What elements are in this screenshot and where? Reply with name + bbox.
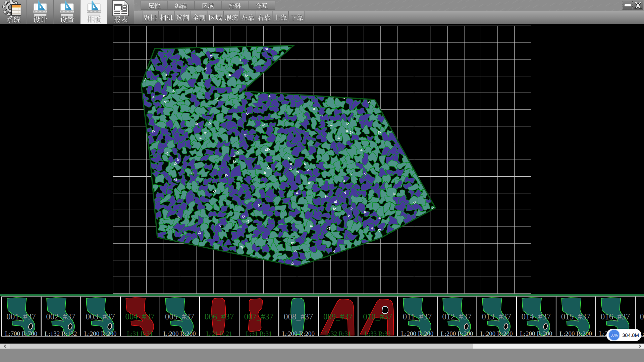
svg-text:002_#37: 002_#37 bbox=[46, 312, 75, 321]
svg-text:L:132 R:132: L:132 R:132 bbox=[45, 330, 77, 337]
svg-text:L:31 R:31: L:31 R:31 bbox=[127, 330, 153, 337]
svg-text:013_#37: 013_#37 bbox=[482, 312, 511, 321]
svg-text:L:200 R:200: L:200 R:200 bbox=[401, 330, 434, 337]
svg-text:012_#37: 012_#37 bbox=[442, 312, 472, 321]
svg-text:004_#37: 004_#37 bbox=[125, 312, 155, 321]
svg-text:L:700 R:700: L:700 R:700 bbox=[5, 330, 38, 337]
svg-text:011_#37: 011_#37 bbox=[403, 312, 432, 321]
svg-text:L:200 R:200: L:200 R:200 bbox=[84, 330, 117, 337]
svg-text:007_#37: 007_#37 bbox=[244, 312, 274, 321]
svg-text:L:200 R:200: L:200 R:200 bbox=[441, 330, 473, 337]
svg-text:010_#37: 010_#37 bbox=[363, 312, 392, 321]
svg-text:016_#37: 016_#37 bbox=[601, 312, 630, 321]
svg-text:0: 0 bbox=[640, 312, 644, 321]
svg-text:L:200 R:200: L:200 R:200 bbox=[480, 330, 513, 337]
svg-text:014_#37: 014_#37 bbox=[522, 312, 551, 321]
svg-text:015_#37: 015_#37 bbox=[561, 312, 591, 321]
svg-text:L:33 R:33: L:33 R:33 bbox=[365, 330, 391, 337]
svg-text:38%: 38% bbox=[610, 333, 618, 337]
svg-text:006_#37: 006_#37 bbox=[205, 312, 234, 321]
svg-text:L:200 R:200: L:200 R:200 bbox=[559, 330, 592, 337]
svg-text:L:21 R:21: L:21 R:21 bbox=[206, 330, 232, 337]
svg-text:005_#37: 005_#37 bbox=[165, 312, 195, 321]
svg-text:001_#37: 001_#37 bbox=[6, 312, 36, 321]
svg-text:003_#37: 003_#37 bbox=[86, 312, 115, 321]
svg-text:009_#37: 009_#37 bbox=[323, 312, 353, 321]
svg-text:L:200 R:200: L:200 R:200 bbox=[282, 330, 315, 337]
svg-text:L:200 R:200: L:200 R:200 bbox=[163, 330, 196, 337]
svg-text:L:31 R:31: L:31 R:31 bbox=[246, 330, 272, 337]
svg-text:L:32 R:31: L:32 R:31 bbox=[325, 330, 351, 337]
svg-text:384.8M: 384.8M bbox=[622, 332, 639, 338]
svg-text:008_#37: 008_#37 bbox=[284, 312, 313, 321]
svg-text:L:200 R:200: L:200 R:200 bbox=[520, 330, 552, 337]
